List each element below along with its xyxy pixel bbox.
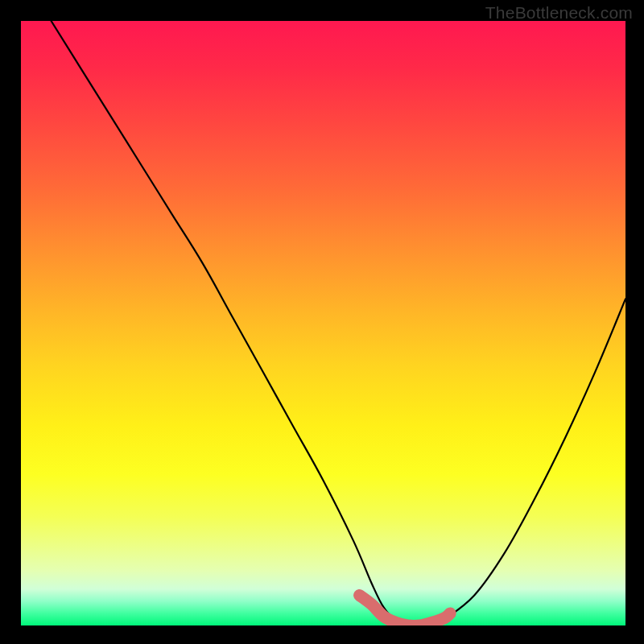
chart-plot-area xyxy=(21,21,625,625)
chart-svg xyxy=(21,21,625,625)
bottleneck-curve xyxy=(52,21,625,625)
watermark-text: TheBottleneck.com xyxy=(485,3,633,23)
optimal-highlight xyxy=(360,595,451,625)
